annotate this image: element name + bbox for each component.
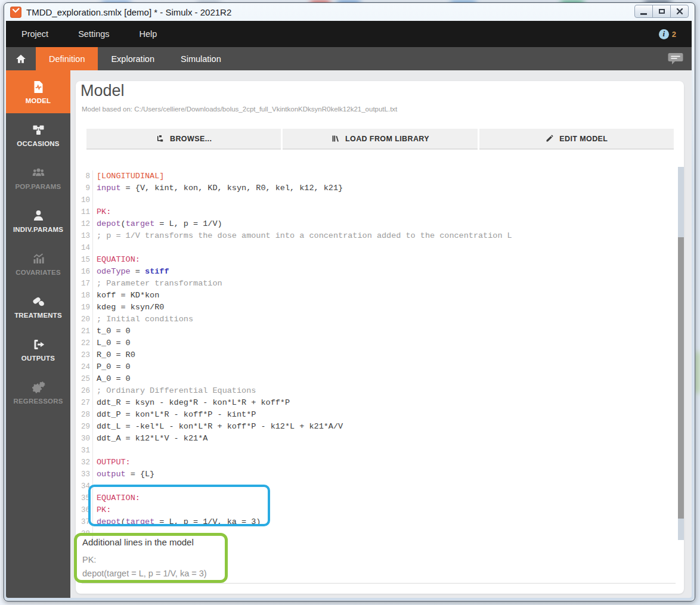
chat-icon[interactable] (668, 52, 683, 65)
line-number: 10 (76, 194, 93, 206)
code-text (93, 242, 97, 254)
code-line-20: 20; Initial conditions (76, 314, 675, 325)
code-line-27: 27ddt_R = ksyn - kdeg*R - kon*L*R + koff… (76, 397, 675, 409)
sidebar-item-outputs[interactable]: OUTPUTS (6, 328, 70, 371)
line-number: 35 (76, 492, 93, 504)
line-number: 22 (76, 337, 93, 349)
code-line-23: 23R_0 = R0 (76, 349, 675, 361)
code-text (93, 194, 97, 206)
sidebar-item-label: OUTPUTS (21, 355, 55, 362)
model-card: Model Model based on: C:/Users/celliere/… (76, 81, 684, 594)
menu-item-project[interactable]: Project (21, 29, 48, 39)
maximize-button[interactable] (652, 5, 671, 18)
line-number: 23 (76, 349, 93, 361)
line-number: 34 (76, 480, 93, 492)
sidebar-item-treatments[interactable]: TREATMENTS (6, 285, 70, 328)
tab-home[interactable] (6, 47, 36, 70)
close-button[interactable] (670, 5, 689, 18)
line-number: 27 (76, 397, 93, 409)
code-line-9: 9input = {V, kint, kon, KD, ksyn, R0, ke… (76, 182, 675, 194)
line-number: 21 (76, 325, 93, 337)
model-actions: BROWSE...LOAD FROM LIBRARYEDIT MODEL (86, 129, 674, 150)
code-line-14: 14 (76, 242, 675, 254)
code-line-36: 36PK: (76, 504, 675, 516)
menu-item-settings[interactable]: Settings (78, 29, 109, 39)
notification-count: 2 (672, 30, 676, 39)
section-divider (82, 583, 676, 584)
regressors-icon (30, 380, 47, 395)
line-number: 32 (76, 457, 93, 469)
code-line-22: 22L_0 = 0 (76, 337, 675, 349)
menu-right: 2 (659, 29, 676, 39)
occasions-icon (30, 123, 47, 137)
code-line-16: 16odeType = stiff (76, 266, 675, 278)
sidebar-item-label: MODEL (26, 97, 51, 104)
sidebar-item-regressors[interactable]: REGRESSORS (6, 371, 70, 414)
code-text: koff = KD*kon (93, 290, 159, 302)
tab-exploration[interactable]: Exploration (98, 47, 168, 70)
code-line-10: 10 (76, 194, 675, 206)
info-icon[interactable] (659, 29, 669, 39)
code-line-19: 19kdeg = ksyn/R0 (76, 302, 675, 314)
line-number: 20 (76, 314, 93, 325)
tabbar: DefinitionExplorationSimulation (6, 47, 692, 70)
minimize-button[interactable] (634, 5, 653, 18)
editor-scrollbar-track[interactable] (678, 167, 684, 540)
main-panel: Model Model based on: C:/Users/celliere/… (70, 70, 692, 598)
code-text: odeType = stiff (93, 266, 169, 278)
button-label: EDIT MODEL (559, 135, 608, 143)
code-text: ddt_L = -kel*L - kon*L*R + koff*P - k12*… (93, 421, 343, 433)
code-text: PK: (93, 504, 111, 516)
code-line-30: 30ddt_A = k12*L*V - k21*A (76, 433, 675, 445)
sidebar-item-occasions[interactable]: OCCASIONS (6, 113, 70, 156)
line-number: 12 (76, 218, 93, 230)
tab-simulation[interactable]: Simulation (168, 47, 234, 70)
code-text: kdeg = ksyn/R0 (93, 302, 164, 314)
code-line-37: 37depot(target = L, p = 1/V, ka = 3) (76, 516, 675, 528)
code-line-8: 8[LONGITUDINAL] (76, 170, 675, 182)
code-line-33: 33output = {L} (76, 469, 675, 480)
sidebar-item-label: TREATMENTS (14, 312, 62, 319)
line-number: 8 (76, 170, 93, 182)
code-editor[interactable]: 8[LONGITUDINAL]9input = {V, kint, kon, K… (76, 170, 675, 540)
additional-lines-title: Additional lines in the model (82, 537, 194, 547)
code-line-35: 35EQUATION: (76, 492, 675, 504)
edit-model-button[interactable]: EDIT MODEL (479, 129, 674, 150)
load-from-library-button[interactable]: LOAD FROM LIBRARY (283, 129, 477, 150)
code-text: A_0 = 0 (93, 373, 131, 385)
menu-item-help[interactable]: Help (140, 29, 157, 39)
code-text: ; Ordinary Differential Equations (93, 385, 256, 397)
code-text: R_0 = R0 (93, 349, 135, 361)
line-number: 9 (76, 182, 93, 194)
code-line-17: 17; Parameter transformation (76, 278, 675, 290)
sidebar-item-covariates[interactable]: COVARIATES (6, 242, 70, 285)
line-number: 26 (76, 385, 93, 397)
code-line-32: 32OUTPUT: (76, 457, 675, 469)
button-label: BROWSE... (170, 135, 212, 143)
line-number: 13 (76, 230, 93, 242)
sidebar-item-model[interactable]: MODEL (6, 70, 70, 113)
code-line-13: 13; p = 1/V transforms the dose amount i… (76, 230, 675, 242)
code-line-31: 31 (76, 445, 675, 457)
treatments-icon (30, 294, 47, 309)
sidebar-item-label: POP.PARAMS (16, 183, 61, 190)
covariates-icon (30, 252, 47, 266)
code-text: OUTPUT: (93, 457, 131, 469)
window-title: TMDD_exploration.smlx [demo] * - Simulx … (26, 7, 231, 17)
line-number: 17 (76, 278, 93, 290)
home-icon (14, 53, 27, 65)
outputs-icon (30, 337, 47, 352)
sidebar-item-pop-params[interactable]: POP.PARAMS (6, 156, 70, 199)
tab-definition[interactable]: Definition (36, 47, 98, 70)
editor-scrollbar-thumb[interactable] (678, 237, 684, 519)
line-number: 15 (76, 254, 93, 266)
code-line-25: 25A_0 = 0 (76, 373, 675, 385)
browse-button[interactable]: BROWSE... (86, 129, 281, 150)
library-icon (331, 134, 340, 143)
sidebar-item-indiv-params[interactable]: INDIV.PARAMS (6, 199, 70, 242)
titlebar[interactable]: TMDD_exploration.smlx [demo] * - Simulx … (4, 3, 695, 21)
code-text: ; p = 1/V transforms the dose amount int… (93, 230, 512, 242)
desktop-icon-blur (695, 352, 700, 393)
model-icon (30, 80, 47, 94)
code-line-29: 29ddt_L = -kel*L - kon*L*R + koff*P - k1… (76, 421, 675, 433)
